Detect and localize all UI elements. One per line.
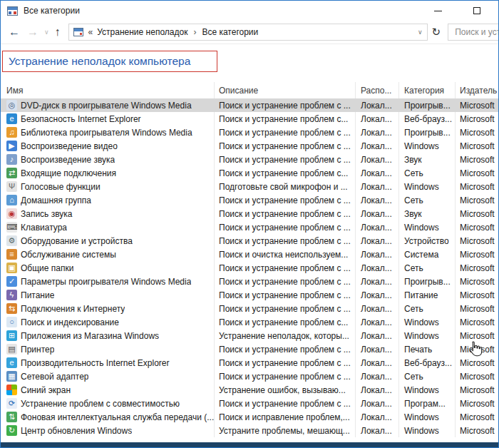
forward-button[interactable]: → [24, 26, 42, 38]
row-name-text: Оборудование и устройства [21, 236, 133, 246]
row-location: Локал... [355, 399, 398, 409]
row-name: ◉Запись звука [1, 208, 214, 219]
troubleshooter-row[interactable]: ≡Обслуживание системыПоиск и очистка неи… [1, 248, 498, 261]
troubleshooter-row[interactable]: ⇅Фоновая интеллектуальная служба передач… [1, 410, 498, 424]
row-category: Система [398, 250, 455, 260]
row-publisher: Microsoft [455, 168, 498, 178]
row-name-text: Центр обновления Windows [21, 426, 132, 436]
back-button[interactable]: ← [5, 26, 24, 38]
address-dropdown-chevron-icon[interactable]: ∨ [418, 29, 423, 36]
control-panel-location-icon [73, 28, 83, 36]
store-apps-icon: ⊞ [6, 330, 17, 341]
row-category: Windows [398, 182, 455, 192]
troubleshooter-row[interactable]: ♪Воспроизведение звукаПоиск и устранение… [1, 153, 498, 166]
troubleshooter-row[interactable]: ⚙Оборудование и устройстваПоиск и устран… [1, 234, 498, 248]
column-header-location[interactable]: Распо... [355, 86, 398, 96]
breadcrumb-all-categories[interactable]: Все категории [202, 27, 258, 37]
troubleshooter-row[interactable]: ⌂Домашняя группаПоиск и устранение пробл… [1, 193, 498, 207]
troubleshooter-row[interactable]: eПроизводительность Internet ExplorerПои… [1, 356, 498, 370]
row-category: Сеть [398, 304, 455, 314]
troubleshooter-row[interactable]: ◉Запись звукаПоиск и устранение проблем … [1, 207, 498, 220]
audio-playback-icon: ♪ [6, 154, 17, 165]
control-panel-app-icon [7, 6, 18, 16]
search-input[interactable] [453, 26, 499, 38]
row-category: Устройство [398, 236, 455, 246]
troubleshooter-row[interactable]: ○Поиск и индексированиеПоиск и устранени… [1, 315, 498, 329]
row-description: Поиск и устранение проблем с... [214, 114, 355, 124]
row-name: ▦Сетевой адаптер [1, 371, 214, 382]
troubleshooter-row[interactable]: ♫Библиотека проигрывателя Windows MediaП… [1, 126, 498, 139]
row-name: eПроизводительность Internet Explorer [1, 357, 214, 368]
troubleshooters-list: Имя Описание Распо... Категория Издатель… [1, 82, 498, 437]
row-name: Синий экран [1, 385, 214, 395]
wmp-library-icon: ♫ [6, 127, 17, 138]
recent-pages-chevron-icon[interactable]: ∨ [42, 29, 51, 36]
row-name-text: Питание [21, 290, 54, 300]
column-header-category[interactable]: Категория [398, 86, 455, 96]
row-category: Windows [398, 141, 455, 151]
troubleshooter-row[interactable]: ⟳Устранение проблем с совместимостьюПоис… [1, 397, 498, 410]
row-publisher: Microsoft [455, 236, 498, 246]
row-name: ⇄Входящие подключения [1, 168, 214, 178]
row-description: Поиск и устранение проблем с ... [214, 128, 355, 138]
row-location: Локал... [355, 277, 398, 287]
troubleshooter-row[interactable]: ▶Воспроизведение видеоПоиск и устранение… [1, 139, 498, 153]
refresh-button[interactable]: ↻ [428, 26, 446, 39]
row-name: ⌨Клавиатура [1, 222, 214, 233]
breadcrumb-prefix: « [88, 27, 93, 37]
network-adapter-icon: ▦ [6, 371, 17, 382]
address-bar[interactable]: « Устранение неполадок › Все категории ∨ [68, 24, 428, 41]
troubleshooter-row[interactable]: ◎DVD-диск в проигрывателе Windows MediaП… [1, 98, 498, 112]
minimize-button[interactable] [421, 1, 454, 21]
row-name-text: Поиск и индексирование [21, 317, 119, 327]
row-location: Локал... [355, 372, 398, 382]
troubleshooter-row[interactable]: ⇄Входящие подключенияПоиск и устранение … [1, 166, 498, 180]
row-publisher: Microsoft [455, 385, 498, 395]
troubleshooter-row[interactable]: Синий экранУстранение ошибок, вызываю...… [1, 383, 498, 397]
keyboard-icon: ⌨ [6, 222, 17, 233]
troubleshooter-row[interactable]: ↻Центр обновления WindowsУстраните пробл… [1, 424, 498, 437]
row-category: Сеть [398, 372, 455, 382]
row-name-text: Параметры проигрывателя Windows Media [21, 277, 191, 287]
troubleshooter-row[interactable]: ✓Параметры проигрывателя Windows MediaПо… [1, 275, 498, 288]
row-location: Локал... [355, 345, 398, 355]
row-name: ▣Общие папки [1, 263, 214, 273]
row-location: Локал... [355, 128, 398, 138]
maximize-button[interactable] [461, 1, 493, 21]
row-location: Локал... [355, 358, 398, 368]
row-description: Поиск и исправление проблем,... [214, 412, 355, 422]
row-category: Звук [398, 209, 455, 219]
troubleshooter-row[interactable]: eБезопасность Internet ExplorerПоиск и у… [1, 112, 498, 126]
row-name-text: Клавиатура [21, 223, 67, 233]
page-title: Устранение неполадок компьютера [9, 55, 190, 68]
row-name-text: Устранение проблем с совместимостью [21, 399, 180, 409]
system-maintenance-icon: ≡ [6, 249, 17, 260]
content-area: Устранение неполадок компьютера Имя Опис… [1, 44, 498, 442]
troubleshooter-row[interactable]: ▣Общие папкиПоиск и устранение проблем с… [1, 261, 498, 275]
row-publisher: Microsoft [455, 304, 498, 314]
row-name-text: Фоновая интеллектуальная служба передачи… [21, 412, 214, 422]
troubleshooter-row[interactable]: ▤ПринтерПоиск и устранение проблем с ...… [1, 342, 498, 356]
column-header-description[interactable]: Описание [214, 86, 355, 96]
troubleshooter-row[interactable]: ⇆Подключения к ИнтернетуПоиск и устранен… [1, 302, 498, 315]
troubleshooter-row[interactable]: ⊞Приложения из Магазина WindowsУстранени… [1, 329, 498, 342]
column-header-name[interactable]: Имя [1, 86, 214, 96]
troubleshooter-row[interactable]: ΨГолосовые функцииПодготовьте свой микро… [1, 180, 498, 193]
row-location: Локал... [355, 412, 398, 422]
row-location: Локал... [355, 317, 398, 327]
troubleshooter-row[interactable]: ϟПитаниеПоиск и устранение проблем с ...… [1, 288, 498, 302]
column-header-publisher[interactable]: Издатель [455, 86, 498, 96]
breadcrumb-troubleshooting[interactable]: Устранение неполадок [97, 27, 187, 37]
row-location: Локал... [355, 236, 398, 246]
up-button[interactable]: ↑ [51, 26, 64, 38]
row-name: ⟳Устранение проблем с совместимостью [1, 398, 214, 409]
troubleshooter-row[interactable]: ⌨КлавиатураПоиск и устранение проблем с … [1, 220, 498, 234]
video-playback-icon: ▶ [6, 141, 17, 151]
troubleshooter-row[interactable]: ▦Сетевой адаптерПоиск и устранение пробл… [1, 370, 498, 383]
search-box[interactable] [448, 24, 499, 41]
shared-folders-icon: ▣ [6, 263, 17, 273]
row-publisher: Microsoft [455, 141, 498, 151]
row-publisher: Microsoft [455, 277, 498, 287]
row-publisher: Microsoft [455, 155, 498, 165]
search-indexing-icon: ○ [6, 317, 17, 327]
